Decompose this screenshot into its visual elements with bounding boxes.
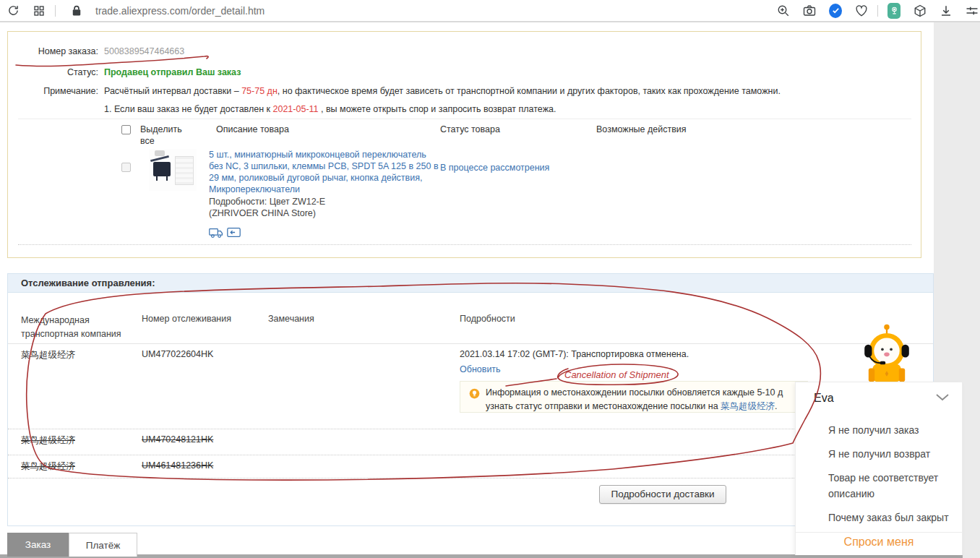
- reload-icon[interactable]: [7, 4, 20, 17]
- shipping-details-button[interactable]: Подробности доставки: [599, 485, 726, 504]
- product-title-link[interactable]: 5 шт., миниатюрный микроконцевой переклю…: [209, 150, 439, 194]
- verified-shield-icon[interactable]: [829, 4, 842, 17]
- column-carrier: Международная транспортная компания: [21, 314, 140, 342]
- product-thumbnail[interactable]: [149, 149, 197, 191]
- thumbnail-detail: [155, 150, 165, 156]
- tracking-status-line: 2021.03.14 17:02 (GMT-7): Транспортировк…: [460, 349, 689, 359]
- tab-payment[interactable]: Платёж: [69, 533, 137, 557]
- return-card-icon[interactable]: [227, 227, 241, 238]
- select-all-label: Выделить все: [140, 124, 185, 147]
- toolbar-divider: [877, 5, 878, 17]
- column-remarks: Замечания: [268, 314, 314, 324]
- microswitch-pins: [156, 176, 168, 181]
- address-bar-url[interactable]: trade.aliexpress.com/order_detail.htm: [95, 5, 770, 17]
- package-cube-icon[interactable]: [914, 4, 927, 17]
- tracking-number: UM470248121HK: [142, 434, 213, 445]
- order-note-text: Расчётный интервал доставки – 75-75 дн, …: [104, 86, 781, 96]
- shipping-truck-icon[interactable]: [209, 227, 223, 239]
- divider: [796, 532, 962, 533]
- apps-grid-icon[interactable]: [33, 4, 46, 17]
- product-details: Подробности: Цвет ZW12-E: [209, 196, 442, 207]
- tracking-header-bar: Отслеживание отправления:: [8, 274, 933, 293]
- tab-order[interactable]: Заказ: [7, 533, 69, 557]
- refresh-tracking-link[interactable]: Обновить: [460, 364, 501, 374]
- chat-item-why-order-closed[interactable]: Почему заказ был закрыт: [828, 510, 958, 525]
- chat-item-order-not-received[interactable]: Я не получил заказ: [828, 422, 958, 438]
- column-description: Описание товара: [216, 124, 289, 134]
- order-status-value: Продавец отправил Ваш заказ: [104, 67, 241, 77]
- divider: [8, 343, 933, 344]
- browser-toolbar: trade.aliexpress.com/order_detail.htm: [0, 0, 980, 22]
- carrier-name: 菜鸟超级经济: [21, 460, 75, 473]
- microswitch-shape: [153, 162, 171, 176]
- webcam-extension-icon[interactable]: [887, 4, 901, 17]
- order-summary-box: Номер заказа: 5008389547464663 Статус: П…: [7, 31, 921, 258]
- order-status-label: Статус:: [15, 67, 98, 77]
- chat-title: Eva: [814, 392, 834, 405]
- divider: [8, 478, 803, 478]
- tracking-number: UM477022604HK: [142, 349, 213, 359]
- tracking-tip-text: Информация о местонахождении посылки обн…: [486, 386, 783, 413]
- download-icon[interactable]: [940, 4, 953, 17]
- item-checkbox[interactable]: [121, 163, 131, 172]
- divider: [8, 429, 803, 429]
- chat-item-refund-not-received[interactable]: Я не получил возврат: [828, 446, 958, 462]
- divider: [18, 244, 911, 245]
- favorites-heart-icon[interactable]: [855, 4, 868, 17]
- column-tracking-number: Номер отслеживания: [142, 314, 231, 324]
- column-details: Подробности: [460, 314, 515, 324]
- carrier-link[interactable]: 菜鸟超级经济: [721, 401, 775, 411]
- tracking-title: Отслеживание отправления:: [21, 278, 155, 288]
- settings-sliders-icon[interactable]: [966, 4, 979, 17]
- zoom-search-icon[interactable]: [777, 4, 790, 17]
- technical-drawing: [175, 156, 194, 185]
- column-actions: Возможные действия: [596, 124, 687, 134]
- divider: [8, 455, 803, 455]
- delivery-interval: 75-75 дн: [241, 86, 278, 96]
- order-detail-page: trade.aliexpress.com/order_detail.htm: [0, 0, 980, 558]
- lock-icon: [70, 4, 83, 17]
- toolbar-divider: [55, 5, 56, 17]
- select-all-checkbox[interactable]: [121, 125, 131, 134]
- order-note-label: Примечание:: [15, 86, 98, 96]
- carrier-name: 菜鸟超级经济: [21, 434, 75, 447]
- tracking-number: UM461481236HK: [142, 460, 213, 471]
- store-name: (ZHRIVOER CHINA Store): [209, 207, 442, 219]
- item-status-value: В процессе рассмотрения: [440, 163, 549, 173]
- toolbar-right-icons: [770, 4, 980, 17]
- order-dispute-note: 1. Если ваш заказ не будет доставлен к 2…: [104, 104, 556, 114]
- eva-robot-mascot[interactable]: [856, 322, 917, 383]
- tracking-tip-box: Информация о местонахождении посылки обн…: [460, 381, 808, 413]
- carrier-name: 菜鸟超级经济: [21, 349, 75, 361]
- camera-icon[interactable]: [803, 4, 816, 17]
- order-number-label: Номер заказа:: [15, 46, 98, 56]
- lightbulb-icon: [469, 388, 480, 399]
- order-number-value: 5008389547464663: [104, 46, 184, 56]
- chevron-down-icon[interactable]: [936, 394, 949, 401]
- eva-chat-panel: Eva Я не получил заказ Я не получил возв…: [795, 382, 963, 555]
- microswitch-lever: [150, 155, 169, 162]
- chat-item-not-as-described[interactable]: Товар не соответствует описанию: [828, 470, 958, 502]
- ask-me-button[interactable]: Спроси меня: [796, 536, 962, 549]
- divider: [18, 119, 911, 119]
- column-item-status: Статус товара: [440, 124, 500, 134]
- dispute-deadline-date: 2021-05-11: [273, 104, 319, 114]
